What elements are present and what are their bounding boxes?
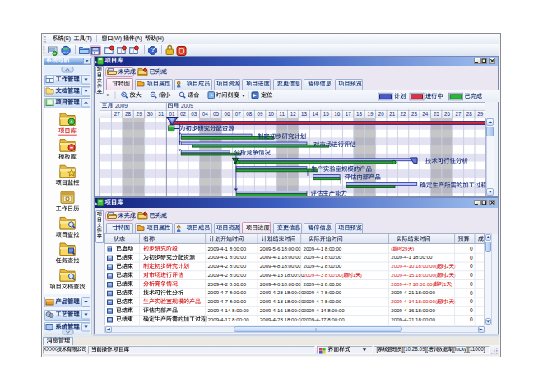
svg-text:15: 15: [323, 111, 330, 117]
svg-text:): ): [360, 272, 362, 278]
svg-text:2009: 2009: [181, 103, 193, 108]
svg-text:2009-4-1 8:00:00: 2009-4-1 8:00:00: [304, 246, 342, 251]
svg-text:08: 08: [246, 111, 253, 117]
svg-text:2009-4-23 18:00:00: 2009-4-23 18:00:00: [260, 316, 304, 322]
svg-text:29: 29: [136, 111, 142, 117]
svg-text:2009-4-7 8:00:00: 2009-4-7 8:00:00: [207, 289, 246, 295]
svg-text:0: 0: [470, 246, 473, 251]
svg-text:04: 04: [202, 111, 209, 117]
svg-text:09: 09: [258, 111, 264, 117]
svg-text:2009-4-14 8:00:00: 2009-4-14 8:00:00: [304, 307, 346, 313]
svg-text:2009-4-1 8:00:00: 2009-4-1 8:00:00: [304, 254, 342, 260]
svg-text:10: 10: [268, 111, 275, 117]
svg-text:): ): [412, 246, 414, 251]
svg-text:(H): (H): [156, 35, 164, 42]
svg-text::: :: [112, 346, 114, 352]
svg-text:27: 27: [114, 111, 121, 117]
svg-text:02: 02: [180, 111, 187, 117]
svg-text:0: 0: [470, 255, 473, 261]
svg-text:][10:28:09][: ][10:28:09][: [402, 346, 429, 353]
svg-text:29: 29: [477, 111, 484, 117]
svg-text:22: 22: [401, 111, 407, 117]
svg-text:2009-5-6 18:00:00: 2009-5-6 18:00:00: [260, 246, 302, 251]
svg-text:[: [: [377, 346, 378, 353]
svg-text:30: 30: [147, 111, 154, 117]
svg-text:06: 06: [224, 111, 230, 117]
svg-text:20: 20: [378, 111, 385, 117]
svg-text:1: 1: [443, 281, 447, 287]
svg-text:31: 31: [158, 111, 165, 117]
svg-text:11: 11: [279, 111, 285, 117]
svg-text:01: 01: [169, 111, 176, 117]
svg-text:(T): (T): [85, 35, 91, 42]
svg-text:16: 16: [334, 111, 341, 117]
svg-text:2009-4-15 18:00:00(: 2009-4-15 18:00:00(: [391, 272, 438, 278]
svg-text:(W): (W): [113, 35, 122, 42]
svg-text:2009-4-1 8:00:00: 2009-4-1 8:00:00: [207, 246, 246, 251]
svg-text:12: 12: [290, 111, 297, 117]
svg-text:28: 28: [125, 111, 132, 117]
svg-text:2009-4-17 8:00:00: 2009-4-17 8:00:00: [304, 316, 346, 322]
svg-text:0: 0: [470, 263, 473, 269]
svg-text:2009-4-23 18:00:00: 2009-4-23 18:00:00: [260, 289, 304, 295]
svg-text:13: 13: [301, 111, 308, 117]
svg-text:2: 2: [446, 272, 449, 278]
svg-text:2009-4-2 8:00:00: 2009-4-2 8:00:00: [207, 263, 246, 269]
svg-text:24: 24: [422, 111, 429, 117]
svg-text:28: 28: [466, 111, 473, 117]
svg-text:»: »: [107, 92, 110, 98]
svg-text:26: 26: [444, 111, 451, 117]
svg-text:2009-4-14 18:00:00(: 2009-4-14 18:00:00(: [391, 298, 438, 304]
svg-text:2009-4-7 8:00:00: 2009-4-7 8:00:00: [207, 298, 246, 304]
svg-text:2009-4-13 18:00:00: 2009-4-13 18:00:00: [260, 298, 304, 304]
svg-text:2009-4-16 18:00:00: 2009-4-16 18:00:00: [391, 307, 435, 313]
svg-text:2009-4-1 18:00:00: 2009-4-1 18:00:00: [260, 254, 302, 260]
svg-text:17: 17: [346, 111, 352, 117]
svg-text:0: 0: [470, 307, 473, 313]
svg-text:2009-4-17 8:00:00: 2009-4-17 8:00:00: [207, 316, 249, 322]
svg-text:(A): (A): [135, 35, 142, 42]
svg-text:14: 14: [312, 111, 318, 117]
svg-text:2009-4-7 18:00:00(: 2009-4-7 18:00:00(: [391, 281, 434, 287]
svg-text:27: 27: [455, 111, 462, 117]
svg-text:2009-4-14 8:00:00: 2009-4-14 8:00:00: [207, 307, 249, 313]
svg-text:1: 1: [353, 272, 356, 278]
svg-text:23: 23: [411, 111, 418, 117]
svg-text:19: 19: [367, 111, 374, 117]
svg-text:2009: 2009: [115, 103, 128, 108]
svg-text:][lucky][11000]: ][lucky][11000]: [452, 346, 485, 353]
svg-text:?: ?: [151, 46, 155, 53]
svg-text:2009-4-8 18:00:00: 2009-4-8 18:00:00: [260, 263, 302, 269]
svg-text:2009-4-2 8:00:00: 2009-4-2 8:00:00: [207, 281, 246, 287]
svg-text:0: 0: [470, 290, 473, 296]
svg-text:18: 18: [356, 111, 363, 117]
svg-text:(S): (S): [63, 35, 71, 42]
svg-text:2009-4-7 8:00:00: 2009-4-7 8:00:00: [304, 289, 342, 295]
svg-text:0: 0: [470, 281, 473, 287]
svg-text:07: 07: [235, 111, 242, 117]
svg-text:2009-4-1 8:00:00: 2009-4-1 8:00:00: [207, 254, 246, 260]
svg-text:25: 25: [434, 111, 440, 117]
svg-text:2009-4-13 18:00:00: 2009-4-13 18:00:00: [260, 272, 304, 278]
svg-text:2: 2: [446, 263, 449, 269]
svg-text:): ): [451, 281, 452, 287]
svg-text:0: 0: [470, 298, 473, 304]
svg-text:05: 05: [213, 111, 220, 117]
svg-text:21: 21: [389, 111, 396, 117]
svg-text:XXXX: XXXX: [44, 346, 58, 352]
svg-text:29: 29: [402, 246, 408, 251]
svg-text:03: 03: [191, 111, 197, 117]
svg-text:2009-4-2 8:00:00: 2009-4-2 8:00:00: [304, 281, 342, 287]
svg-text:2009-4-2 8:00:00: 2009-4-2 8:00:00: [304, 263, 342, 269]
svg-text:0: 0: [470, 272, 473, 278]
svg-text:2009-4-16 18:00:00: 2009-4-16 18:00:00: [260, 307, 304, 313]
svg-text:2009-4-3 8:00:00(: 2009-4-3 8:00:00(: [304, 272, 345, 278]
svg-text:2009-4-6 18:00:00: 2009-4-6 18:00:00: [260, 281, 302, 287]
svg-text:2009-4-7 8:00:00: 2009-4-7 8:00:00: [304, 298, 342, 304]
svg-text:2009-4-21 18:00:00: 2009-4-21 18:00:00: [391, 316, 435, 322]
svg-text:2009-4-21 18:00:00: 2009-4-21 18:00:00: [391, 289, 435, 295]
svg-text:2009-4-10 18:00:00(: 2009-4-10 18:00:00(: [391, 263, 438, 269]
svg-text:2009-4-1 18:00:00: 2009-4-1 18:00:00: [391, 254, 433, 260]
svg-text:0: 0: [470, 316, 473, 322]
svg-text:1: 1: [446, 298, 449, 304]
